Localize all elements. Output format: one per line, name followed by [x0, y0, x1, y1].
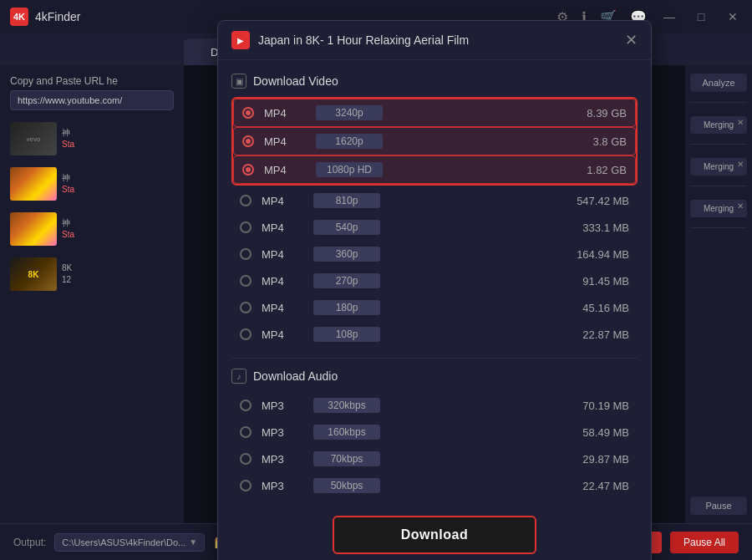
format-row-1080p[interactable]: MP4 1080p HD 1.82 GB	[233, 155, 636, 184]
pause-all-button[interactable]: Pause All	[670, 532, 739, 553]
modal-close-button[interactable]: ✕	[625, 33, 638, 48]
format-row-320kbps[interactable]: MP3 320kbps 70.19 MB	[231, 392, 638, 419]
resolution-180p: 180p	[313, 300, 380, 315]
video-info: 神 Sta	[62, 217, 74, 241]
resolution-108p: 108p	[313, 327, 380, 342]
analyze-button[interactable]: Analyze	[690, 74, 747, 92]
list-item: vevo 神 Sta	[10, 119, 174, 159]
merging-item-1: Merging ✕	[690, 116, 747, 134]
radio-320kbps[interactable]	[240, 400, 252, 411]
modal-body: ▣ Download Video MP4 3240p 8.39 GB	[218, 60, 651, 560]
radio-1620p[interactable]	[242, 135, 254, 147]
app-title: 4kFinder	[35, 10, 80, 23]
resolution-540p: 540p	[313, 220, 380, 235]
filesize-1620p: 3.8 GB	[593, 135, 627, 148]
title-bar-left: 4K 4kFinder	[10, 8, 80, 26]
format-row-810p[interactable]: MP4 810p 547.42 MB	[231, 187, 638, 214]
merging-close-1[interactable]: ✕	[737, 118, 744, 127]
filesize-50kbps: 22.47 MB	[582, 480, 629, 492]
merging-close-2[interactable]: ✕	[737, 160, 744, 169]
list-item: 神 Sta	[10, 164, 174, 204]
download-button[interactable]: Download	[333, 516, 536, 554]
maximize-button[interactable]: □	[692, 8, 710, 26]
pause-button[interactable]: Pause	[690, 496, 747, 515]
format-row-360p[interactable]: MP4 360p 164.94 MB	[231, 241, 638, 267]
resolution-3240p: 3240p	[316, 105, 383, 120]
radio-160kbps[interactable]	[240, 426, 252, 438]
radio-50kbps[interactable]	[240, 480, 252, 491]
resolution-1080p: 1080p HD	[316, 162, 383, 177]
filesize-180p: 45.16 MB	[582, 302, 629, 314]
radio-360p[interactable]	[240, 248, 252, 260]
resolution-70kbps: 70kbps	[313, 451, 380, 466]
filesize-160kbps: 58.49 MB	[582, 426, 629, 439]
radio-540p[interactable]	[240, 221, 252, 233]
filesize-70kbps: 29.87 MB	[582, 453, 629, 466]
format-row-270p[interactable]: MP4 270p 91.45 MB	[231, 267, 638, 294]
url-input[interactable]	[10, 90, 174, 110]
highlighted-format-group: MP4 3240p 8.39 GB MP4 1620p 3.8 GB	[231, 97, 638, 186]
format-name-1080p: MP4	[264, 164, 306, 176]
right-panel: Analyze Merging ✕ Merging ✕ Merging ✕ Pa…	[685, 65, 752, 523]
video-info: 8K 12	[62, 262, 72, 286]
radio-270p[interactable]	[240, 275, 252, 287]
filesize-320kbps: 70.19 MB	[582, 400, 629, 412]
modal-title: Japan in 8K- 1 Hour Relaxing Aerial Film	[258, 33, 617, 47]
filesize-1080p: 1.82 GB	[587, 164, 627, 176]
filesize-3240p: 8.39 GB	[587, 107, 627, 120]
format-name-360p: MP4	[262, 248, 303, 261]
thumb-anime	[10, 212, 57, 246]
radio-108p[interactable]	[240, 328, 252, 340]
format-row-180p[interactable]: MP4 180p 45.16 MB	[231, 294, 638, 321]
radio-180p[interactable]	[240, 302, 252, 313]
resolution-160kbps: 160kbps	[313, 425, 380, 440]
merging-item-2: Merging ✕	[690, 158, 747, 176]
download-modal: ▶ Japan in 8K- 1 Hour Relaxing Aerial Fi…	[217, 20, 652, 560]
audio-section-icon: ♪	[231, 369, 246, 384]
format-row-540p[interactable]: MP4 540p 333.1 MB	[231, 214, 638, 241]
format-name-180p: MP4	[262, 302, 303, 314]
radio-1080p[interactable]	[242, 164, 254, 176]
format-name-108p: MP4	[262, 328, 303, 341]
thumb-anime	[10, 167, 57, 201]
minimize-button[interactable]: —	[660, 8, 678, 26]
format-name-270p: MP4	[262, 275, 303, 288]
section-divider	[231, 358, 638, 359]
video-thumbnail: vevo	[10, 122, 57, 155]
format-name-320kbps: MP3	[262, 400, 303, 412]
center-panel: ▶ Japan in 8K- 1 Hour Relaxing Aerial Fi…	[184, 65, 685, 523]
format-row-1620p[interactable]: MP4 1620p 3.8 GB	[233, 127, 636, 155]
resolution-50kbps: 50kbps	[313, 478, 380, 493]
merging-close-3[interactable]: ✕	[737, 201, 744, 211]
filesize-270p: 91.45 MB	[582, 275, 629, 288]
format-name-810p: MP4	[262, 195, 303, 207]
app-logo: 4K	[10, 8, 28, 26]
video-info: 神 Sta	[62, 127, 74, 150]
list-item: 8K 8K 12	[10, 254, 174, 294]
format-row-70kbps[interactable]: MP3 70kbps 29.87 MB	[231, 445, 638, 472]
format-name-50kbps: MP3	[262, 480, 303, 492]
radio-3240p[interactable]	[242, 107, 254, 119]
video-thumbnail	[10, 167, 57, 201]
url-label: Copy and Paste URL he	[10, 75, 174, 87]
radio-810p[interactable]	[240, 195, 252, 206]
format-name-1620p: MP4	[264, 135, 306, 148]
path-dropdown-icon[interactable]: ▼	[189, 537, 197, 547]
video-info: 神 Sta	[62, 172, 74, 196]
modal-header: ▶ Japan in 8K- 1 Hour Relaxing Aerial Fi…	[218, 21, 651, 60]
format-row-108p[interactable]: MP4 108p 22.87 MB	[231, 321, 638, 348]
format-row-160kbps[interactable]: MP3 160kbps 58.49 MB	[231, 419, 638, 445]
radio-70kbps[interactable]	[240, 453, 252, 465]
filesize-108p: 22.87 MB	[582, 328, 629, 341]
merging-item-3: Merging ✕	[690, 200, 747, 217]
close-button[interactable]: ✕	[724, 8, 742, 26]
thumb-vevo: vevo	[10, 122, 57, 155]
output-path: C:\Users\ASUS\4kFinder\Do... ▼	[54, 533, 205, 552]
modal-overlay: ▶ Japan in 8K- 1 Hour Relaxing Aerial Fi…	[184, 65, 685, 523]
filesize-810p: 547.42 MB	[577, 195, 629, 207]
format-name-160kbps: MP3	[262, 426, 303, 439]
format-row-50kbps[interactable]: MP3 50kbps 22.47 MB	[231, 472, 638, 499]
video-thumbnail: 8K	[10, 257, 57, 291]
format-row-3240p[interactable]: MP4 3240p 8.39 GB	[233, 99, 636, 127]
video-section-label: Download Video	[253, 74, 338, 88]
